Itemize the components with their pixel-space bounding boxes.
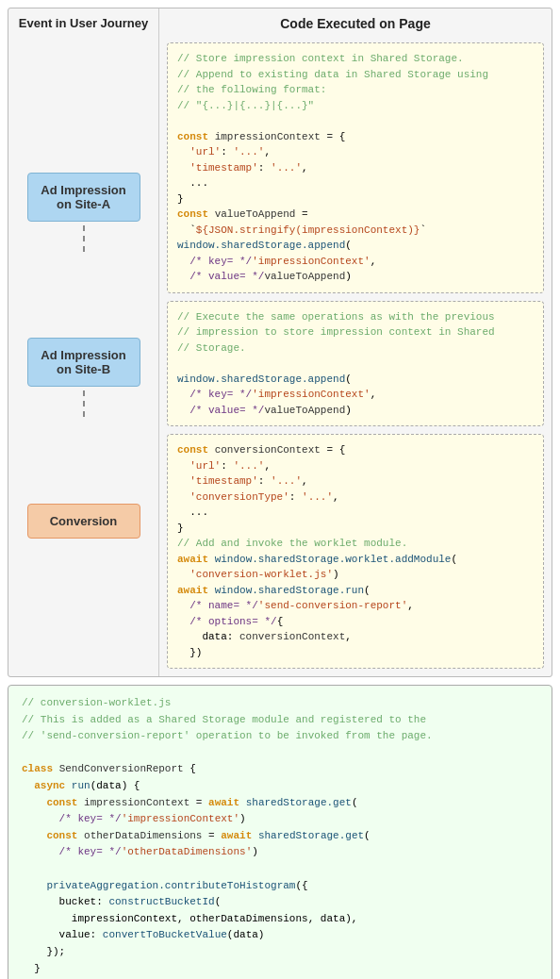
step-conversion: Conversion <box>27 504 140 539</box>
code-block-1: // Store impression context in Shared St… <box>167 42 544 293</box>
code-title: Code Executed on Page <box>167 16 544 31</box>
step-ad-impression-a: Ad Impressionon Site-A <box>27 173 140 222</box>
main-container: Event in User Journey Ad Impressionon Si… <box>0 0 560 979</box>
code-block-3: const conversionContext = { 'url': '...'… <box>167 434 544 669</box>
code-column: Code Executed on Page // Store impressio… <box>159 8 552 676</box>
journey-column: Event in User Journey Ad Impressionon Si… <box>8 8 159 676</box>
journey-title: Event in User Journey <box>19 16 148 30</box>
worklet-code-section: // conversion-worklet.js // This is adde… <box>8 685 552 979</box>
step-ad-impression-b: Ad Impressionon Site-B <box>27 338 140 387</box>
code-block-2: // Execute the same operations as with t… <box>167 301 544 427</box>
